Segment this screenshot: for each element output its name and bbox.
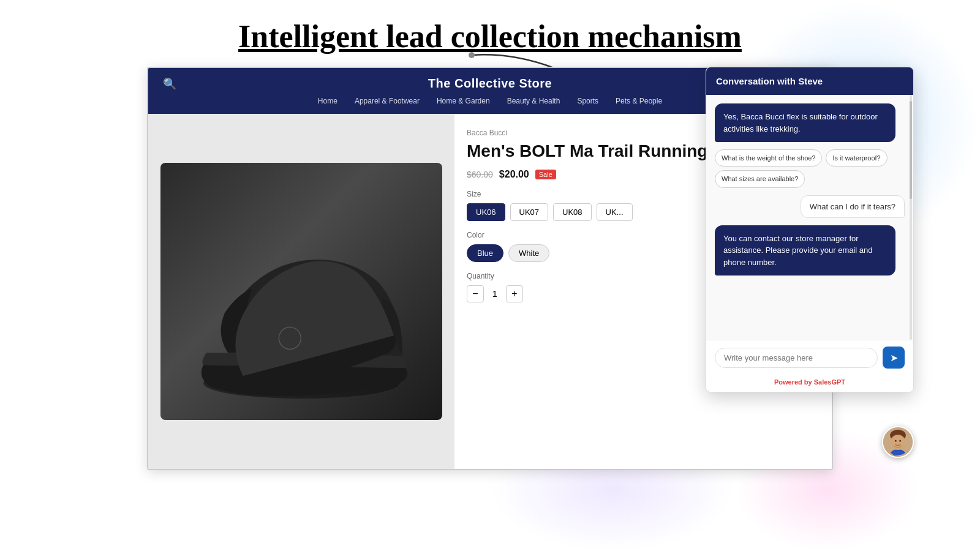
sale-badge: Sale [535, 170, 556, 179]
page-title-section: Intelligent lead collection mechanism [0, 0, 980, 67]
avatar-svg [883, 426, 913, 458]
nav-home-garden[interactable]: Home & Garden [437, 97, 490, 105]
size-btn-uk07[interactable]: UK07 [510, 203, 549, 221]
chat-header-title: Conversation with Steve [716, 76, 823, 86]
size-btn-uk06[interactable]: UK06 [467, 203, 505, 221]
price-new: $20.00 [499, 169, 529, 180]
chat-suggestions: What is the weight of the shoe? Is it wa… [715, 149, 905, 188]
svg-point-9 [895, 440, 897, 442]
chat-header: Conversation with Steve [706, 67, 913, 95]
size-btn-uk-more[interactable]: UK... [597, 203, 633, 221]
qty-value: 1 [489, 289, 501, 299]
chat-scrollbar[interactable] [910, 95, 912, 340]
chat-bubble-bot-2: You can contact our store manager for as… [715, 225, 895, 276]
main-content: 🔍 The Collective Store Home Apparel & Fo… [0, 67, 980, 470]
chat-widget: Conversation with Steve Yes, Bacca Bucci… [706, 67, 914, 392]
nav-sports[interactable]: Sports [577, 97, 598, 105]
page-title: Intelligent lead collection mechanism [0, 18, 980, 54]
avatar-image [883, 427, 913, 457]
chat-body: Yes, Bacca Bucci flex is suitable for ou… [706, 95, 913, 340]
search-icon[interactable]: 🔍 [163, 77, 176, 91]
chat-input-row: ➤ [706, 340, 913, 375]
store-name: The Collective Store [428, 77, 552, 91]
chat-bubble-user-1: What can I do if it tears? [801, 195, 905, 218]
suggestion-waterproof[interactable]: Is it waterproof? [826, 149, 887, 167]
nav-beauty[interactable]: Beauty & Health [507, 97, 560, 105]
nav-home[interactable]: Home [318, 97, 337, 105]
chat-send-button[interactable]: ➤ [883, 347, 905, 369]
chat-avatar-button[interactable] [882, 426, 914, 458]
shoe-svg [173, 175, 430, 408]
send-icon: ➤ [890, 352, 898, 364]
shoe-image [160, 163, 442, 420]
nav-apparel[interactable]: Apparel & Footwear [355, 97, 420, 105]
color-btn-blue[interactable]: Blue [467, 244, 503, 262]
chat-footer: Powered by SalesGPT [706, 375, 913, 392]
chat-bubble-bot-1: Yes, Bacca Bucci flex is suitable for ou… [715, 103, 895, 142]
chat-brand: SalesGPT [814, 378, 845, 386]
qty-decrease-button[interactable]: − [467, 285, 484, 302]
price-old: $60.00 [467, 170, 493, 179]
suggestion-weight[interactable]: What is the weight of the shoe? [715, 149, 822, 167]
size-btn-uk08[interactable]: UK08 [553, 203, 592, 221]
svg-point-10 [899, 440, 901, 442]
product-image-section [148, 114, 454, 469]
suggestion-sizes[interactable]: What sizes are available? [715, 170, 805, 187]
qty-increase-button[interactable]: + [506, 285, 523, 302]
nav-pets[interactable]: Pets & People [616, 97, 662, 105]
color-btn-white[interactable]: White [508, 244, 549, 262]
chat-input[interactable] [715, 348, 878, 368]
